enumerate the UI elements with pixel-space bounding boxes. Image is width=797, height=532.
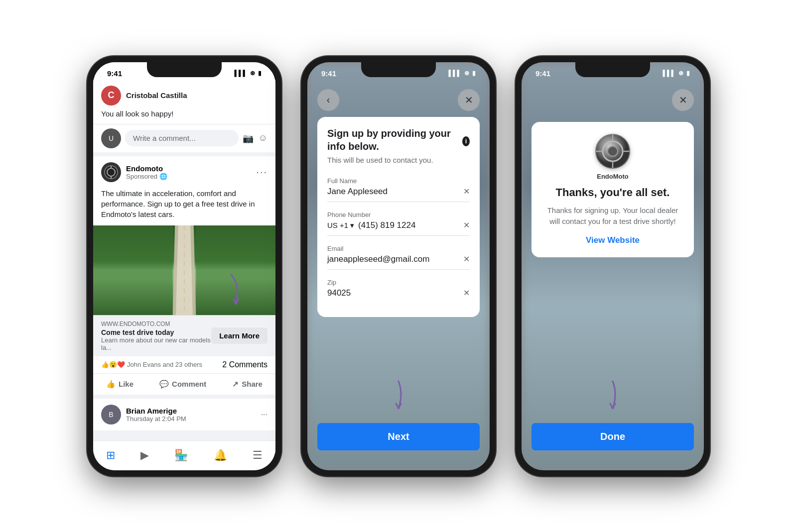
ad-body-text: The ultimate in acceleration, comfort an… <box>93 186 275 225</box>
battery-icon-3: ▮ <box>686 70 690 77</box>
fb-ad-header: Endomoto Sponsored 🌐 ··· <box>93 156 275 186</box>
info-icon[interactable]: i <box>462 136 470 146</box>
form-title: Sign up by providing your info below. <box>327 127 459 153</box>
zip-value[interactable]: 94025 <box>327 288 351 298</box>
phone-value[interactable]: (415) 819 1224 <box>358 220 415 230</box>
arrow-svg-1 <box>216 274 246 314</box>
time-1: 9:41 <box>107 69 122 78</box>
ad-sponsored: Sponsored 🌐 <box>126 173 167 180</box>
email-row: janeappleseed@gmail.com ✕ <box>327 254 470 264</box>
fb-post-1: C Cristobal Castilla You all look so hap… <box>93 80 275 152</box>
fullname-row: Jane Appleseed ✕ <box>327 187 470 197</box>
comment-bar: U Write a comment... 📷 ☺ <box>93 124 275 152</box>
nav-notifications-icon[interactable]: 🔔 <box>214 449 227 462</box>
thank-you-card: EndoMoto Thanks, you're all set. Thanks … <box>531 122 694 257</box>
form-subtitle: This will be used to contact you. <box>327 156 470 164</box>
done-button[interactable]: Done <box>531 423 694 450</box>
view-website-link[interactable]: View Website <box>543 235 682 245</box>
endomoto-logo-small <box>101 162 121 182</box>
close-btn-3[interactable]: ✕ <box>672 89 694 111</box>
fullname-clear-icon[interactable]: ✕ <box>463 187 470 196</box>
phone-field: Phone Number US +1 ▾ (415) 819 1224 ✕ <box>327 206 470 236</box>
globe-icon: 🌐 <box>159 173 167 180</box>
phone3-close-button[interactable]: ✕ <box>672 89 694 111</box>
signal-icon-1: ▌▌▌ <box>234 70 247 77</box>
comment-button[interactable]: 💬 Comment <box>151 376 214 393</box>
reactions-bar: 👍😮❤️ John Evans and 23 others 2 Comments <box>93 356 275 374</box>
ad-brand-name: Endomoto <box>126 164 167 173</box>
learn-more-button[interactable]: Learn More <box>211 327 267 344</box>
bottom-post-user: Brian Amerige <box>126 407 186 415</box>
form-card: Sign up by providing your info below. i … <box>317 117 480 317</box>
chevron-icon: ▾ <box>350 221 354 230</box>
camera-icon: 📷 <box>243 133 254 144</box>
wifi-icon-3: ⊛ <box>678 70 683 77</box>
next-button[interactable]: Next <box>317 423 480 450</box>
comments-count: 2 Comments <box>222 360 267 369</box>
avatar-brian: B <box>101 405 121 425</box>
notch-3 <box>575 62 650 77</box>
brand-name: EndoMoto <box>543 173 682 180</box>
road-photo <box>93 225 275 315</box>
wifi-icon-2: ⊛ <box>464 70 469 77</box>
nav-feed-icon[interactable]: ⊞ <box>106 449 115 462</box>
country-code[interactable]: US +1 ▾ <box>327 221 354 230</box>
arrow-svg-3 <box>600 379 625 414</box>
ad-url: WWW.ENDOMOTO.COM <box>101 320 211 327</box>
bottom-post-info: Brian Amerige Thursday at 2:04 PM <box>126 407 186 423</box>
phone-clear-icon[interactable]: ✕ <box>463 220 470 230</box>
fullname-label: Full Name <box>327 177 470 185</box>
status-icons-3: ▌▌▌ ⊛ ▮ <box>663 70 690 77</box>
zip-label: Zip <box>327 279 470 286</box>
post-message: You all look so happy! <box>93 109 275 124</box>
like-button[interactable]: 👍 Like <box>98 376 141 393</box>
fullname-field: Full Name Jane Appleseed ✕ <box>327 172 470 202</box>
phone-input-row: US +1 ▾ (415) 819 1224 <box>327 220 415 230</box>
ad-desc: Learn more about our new car models la..… <box>101 336 211 351</box>
svg-point-12 <box>608 146 618 156</box>
time-3: 9:41 <box>535 69 550 78</box>
ad-image <box>93 225 275 315</box>
endomoto-logo-large <box>595 134 630 169</box>
comment-input[interactable]: Write a comment... <box>125 130 239 146</box>
fb-ad-bottom: WWW.ENDOMOTO.COM Come test drive today L… <box>93 315 275 356</box>
fb-bottom-nav: ⊞ ▶ 🏪 🔔 ☰ <box>93 440 275 466</box>
nav-menu-icon[interactable]: ☰ <box>253 449 263 462</box>
nav-marketplace-icon[interactable]: 🏪 <box>174 449 188 462</box>
ad-cta: Come test drive today <box>101 328 211 336</box>
close-icon-3: ✕ <box>679 94 687 106</box>
share-button[interactable]: ↗ Share <box>224 376 270 393</box>
email-label: Email <box>327 245 470 252</box>
fullname-value[interactable]: Jane Appleseed <box>327 187 388 197</box>
more-options-icon[interactable]: ··· <box>256 166 267 178</box>
email-value[interactable]: janeappleseed@gmail.com <box>327 254 429 264</box>
email-clear-icon[interactable]: ✕ <box>463 254 470 264</box>
thankyou-title: Thanks, you're all set. <box>543 186 682 199</box>
battery-icon-1: ▮ <box>258 70 262 77</box>
facebook-feed: C Cristobal Castilla You all look so hap… <box>93 80 275 466</box>
bottom-post-time: Thursday at 2:04 PM <box>126 415 186 423</box>
zip-clear-icon[interactable]: ✕ <box>463 288 470 298</box>
close-icon-2: ✕ <box>465 94 473 106</box>
share-icon: ↗ <box>232 380 239 389</box>
ad-brand-info: Endomoto Sponsored 🌐 <box>126 164 167 180</box>
reaction-names: John Evans and 23 others <box>127 361 202 368</box>
notch-2 <box>361 62 436 77</box>
back-button[interactable]: ‹ <box>317 89 339 111</box>
form-title-row: Sign up by providing your info below. i <box>327 127 470 156</box>
ad-link-info: WWW.ENDOMOTO.COM Come test drive today L… <box>101 320 211 351</box>
fb-ad-post: Endomoto Sponsored 🌐 ··· The ultimate in… <box>93 156 275 395</box>
status-icons-1: ▌▌▌ ⊛ ▮ <box>234 70 262 77</box>
reaction-emojis: 👍😮❤️ John Evans and 23 others <box>101 361 202 368</box>
avatar-user: U <box>101 128 121 148</box>
emoji-icon: ☺ <box>259 133 267 144</box>
time-2: 9:41 <box>321 69 336 78</box>
nav-video-icon[interactable]: ▶ <box>140 449 149 462</box>
phone-row: US +1 ▾ (415) 819 1224 ✕ <box>327 220 470 230</box>
bottom-post-more[interactable]: ··· <box>261 410 267 419</box>
status-icons-2: ▌▌▌ ⊛ ▮ <box>448 70 476 77</box>
phone-3-screen: 9:41 ▌▌▌ ⊛ ▮ ✕ <box>522 62 704 470</box>
post-user-info: Cristobal Castilla <box>126 91 187 100</box>
close-button[interactable]: ✕ <box>458 89 480 111</box>
phone2-top-buttons: ‹ ✕ <box>317 89 480 111</box>
